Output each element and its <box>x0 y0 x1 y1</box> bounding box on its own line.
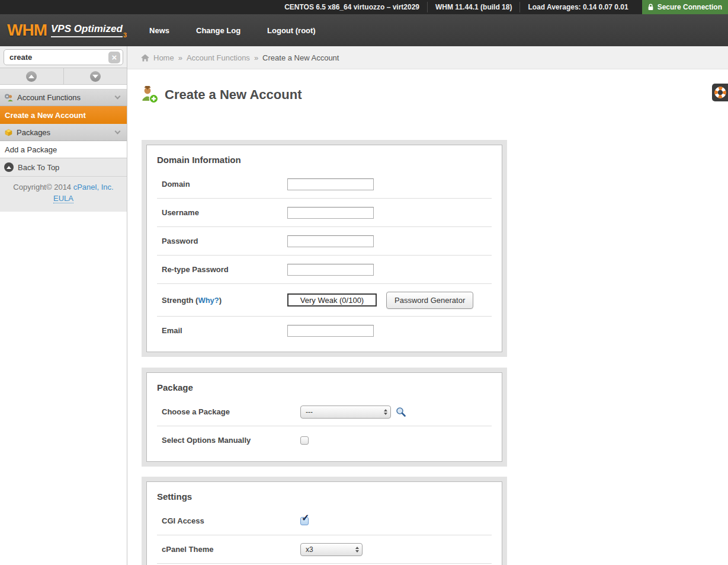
home-icon <box>141 54 149 62</box>
sidebar-group-packages[interactable]: Packages <box>0 124 127 141</box>
password-generator-button[interactable]: Password Generator <box>386 292 473 309</box>
breadcrumb: Home » Account Functions » Create a New … <box>127 46 728 69</box>
password-strength-meter: Very Weak (0/100) <box>287 293 377 307</box>
cpanel-theme-value: x3 <box>306 545 313 554</box>
whm-version: WHM 11.44.1 (build 18) <box>428 0 519 14</box>
scroll-down-button[interactable] <box>63 68 127 84</box>
eula-link[interactable]: EULA <box>53 194 73 203</box>
whm-edition-version: 3 <box>123 31 127 39</box>
page-title-block: Create a New Account <box>141 86 728 104</box>
search-packages-icon[interactable] <box>396 407 406 417</box>
system-info: CENTOS 6.5 x86_64 virtuozzo – virt2029 <box>277 0 427 14</box>
breadcrumb-home[interactable]: Home <box>153 53 174 62</box>
page-title: Create a New Account <box>165 87 302 103</box>
account-functions-icon <box>4 93 14 102</box>
select-options-manually-label: Select Options Manually <box>162 436 300 445</box>
strength-row: Strength (Why?) Very Weak (0/100) Passwo… <box>147 284 502 316</box>
nav-link-changelog[interactable]: Change Log <box>196 26 240 35</box>
life-ring-icon <box>714 87 726 98</box>
choose-package-label: Choose a Package <box>162 407 300 416</box>
whm-logo-text: WHM <box>7 21 47 40</box>
select-stepper-icon <box>352 547 359 553</box>
main-navbar: WHM VPS Optimized 3 News Change Log Logo… <box>0 14 728 46</box>
sidebar: × Account Functions <box>0 46 127 565</box>
cpanel-theme-label: cPanel Theme <box>162 545 300 554</box>
help-tab-button[interactable] <box>712 84 728 101</box>
domain-input[interactable] <box>287 178 374 190</box>
domain-information-section: Domain Information Domain Username Passw… <box>142 140 507 357</box>
search-clear-button[interactable]: × <box>108 52 120 63</box>
username-input[interactable] <box>287 207 374 219</box>
retype-password-label: Re-type Password <box>162 265 287 274</box>
section-title: Settings <box>147 482 502 507</box>
settings-section: Settings CGI Access ✓ cPanel Theme x3 Lo… <box>142 477 507 565</box>
package-select[interactable]: --- <box>300 406 391 419</box>
arrow-up-circle-icon <box>4 162 14 172</box>
select-options-manually-row: Select Options Manually <box>147 426 502 454</box>
sidebar-item-add-a-package[interactable]: Add a Package <box>0 141 127 158</box>
copyright-text: Copyright© 2014 <box>13 183 73 191</box>
package-section: Package Choose a Package --- <box>142 368 507 467</box>
domain-row: Domain <box>147 170 502 198</box>
package-icon <box>4 128 13 137</box>
secure-connection-badge: Secure Connection <box>642 0 728 14</box>
main-content: Home » Account Functions » Create a New … <box>127 46 728 565</box>
breadcrumb-separator: » <box>254 53 258 62</box>
load-averages: Load Averages: 0.14 0.07 0.01 <box>520 0 636 14</box>
copyright-block: Copyright© 2014 cPanel, Inc. EULA <box>0 177 127 212</box>
sidebar-group-label: Packages <box>17 128 50 137</box>
cpanel-theme-row: cPanel Theme x3 <box>147 535 502 563</box>
package-select-value: --- <box>306 408 313 416</box>
choose-package-row: Choose a Package --- <box>147 398 502 426</box>
whm-edition-text: VPS Optimized <box>51 23 123 37</box>
sidebar-group-label: Account Functions <box>17 93 81 102</box>
whm-logo[interactable]: WHM VPS Optimized 3 <box>7 21 127 40</box>
sidebar-group-account-functions[interactable]: Account Functions <box>0 89 127 106</box>
retype-password-input[interactable] <box>287 264 374 276</box>
cgi-access-label: CGI Access <box>162 516 300 525</box>
breadcrumb-current: Create a New Account <box>262 53 339 62</box>
sidebar-menu: Account Functions Create a New Account P… <box>0 89 127 212</box>
cgi-access-checkbox[interactable]: ✓ <box>300 517 309 525</box>
cgi-access-row: CGI Access ✓ <box>147 507 502 535</box>
scroll-up-button[interactable] <box>0 68 63 84</box>
chevron-down-icon <box>115 128 121 134</box>
username-row: Username <box>147 199 502 226</box>
chevron-down-icon <box>115 94 121 100</box>
password-row: Password <box>147 227 502 255</box>
secure-connection-label: Secure Connection <box>658 3 722 11</box>
email-input[interactable] <box>287 325 374 337</box>
strength-label: Strength (Why?) <box>162 296 287 305</box>
nav-link-logout[interactable]: Logout (root) <box>267 26 316 35</box>
section-title: Domain Information <box>147 145 502 170</box>
lock-icon <box>647 4 654 11</box>
cpanel-link[interactable]: cPanel, Inc. <box>73 183 114 191</box>
arrow-down-icon <box>90 71 101 82</box>
password-input[interactable] <box>287 235 374 247</box>
create-account-icon <box>141 86 159 104</box>
search-input[interactable] <box>9 53 108 62</box>
checkmark-icon: ✓ <box>302 513 309 523</box>
sidebar-pager <box>0 68 127 85</box>
back-to-top-label: Back To Top <box>18 163 59 172</box>
nav-links: News Change Log Logout (root) <box>149 26 316 35</box>
cpanel-theme-select[interactable]: x3 <box>300 543 363 556</box>
email-label: Email <box>162 326 287 335</box>
why-link[interactable]: Why? <box>198 296 219 305</box>
retype-password-row: Re-type Password <box>147 256 502 283</box>
search-box: × <box>4 49 123 65</box>
email-row: Email <box>147 317 502 344</box>
domain-label: Domain <box>162 180 287 189</box>
nav-link-news[interactable]: News <box>149 26 169 35</box>
username-label: Username <box>162 208 287 217</box>
section-title: Package <box>147 373 502 398</box>
sidebar-item-create-new-account[interactable]: Create a New Account <box>0 106 127 124</box>
sidebar-search-area: × <box>0 46 127 68</box>
back-to-top-button[interactable]: Back To Top <box>0 158 127 177</box>
breadcrumb-account-functions[interactable]: Account Functions <box>187 53 250 62</box>
arrow-up-icon <box>26 71 37 82</box>
select-stepper-icon <box>380 409 387 415</box>
breadcrumb-separator: » <box>178 53 182 62</box>
sidebar-item-label: Add a Package <box>5 145 57 154</box>
select-options-manually-checkbox[interactable] <box>300 436 309 445</box>
